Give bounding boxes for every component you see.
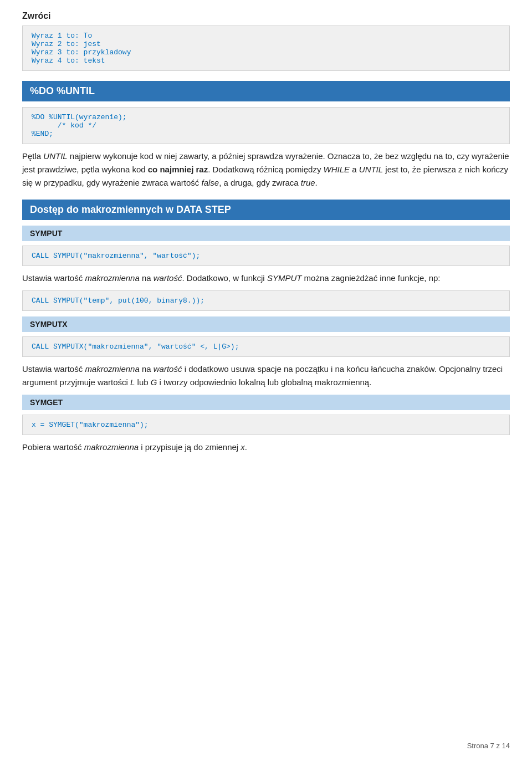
zwroci-line-1: Wyraz 1 to: To <box>32 32 92 40</box>
zwroci-line-3: Wyraz 3 to: przykladowy <box>32 48 131 57</box>
do-until-prose: Pętla UNTIL najpierw wykonuje kod w niej… <box>22 150 510 190</box>
dostep-banner: Dostęp do makrozmiennych w DATA STEP <box>22 200 510 220</box>
symget-heading: SYMGET <box>22 395 510 410</box>
do-until-section: %DO %UNTIL %DO %UNTIL(wyrazenie); /* kod… <box>22 81 510 190</box>
symput-example-code: CALL SYMPUT("temp", put(100, binary8.)); <box>22 290 510 311</box>
symput-code: CALL SYMPUT("makrozmienna", "wartość"); <box>22 246 510 266</box>
symget-code: x = SYMGET("makrozmienna"); <box>22 415 510 435</box>
page-footer: Strona 7 z 14 <box>467 742 510 750</box>
symput-section: SYMPUT CALL SYMPUT("makrozmienna", "wart… <box>22 226 510 311</box>
zwroci-heading: Zwróci <box>22 11 510 21</box>
symputx-heading: SYMPUTX <box>22 316 510 332</box>
symputx-section: SYMPUTX CALL SYMPUTX("makrozmienna", "wa… <box>22 316 510 389</box>
zwroci-line-4: Wyraz 4 to: tekst <box>32 57 105 65</box>
dostep-section: Dostęp do makrozmiennych w DATA STEP SYM… <box>22 200 510 454</box>
do-until-banner: %DO %UNTIL <box>22 81 510 101</box>
symget-prose: Pobiera wartość makrozmienna i przypisuj… <box>22 441 510 454</box>
zwroci-line-2: Wyraz 2 to: jest <box>32 40 101 48</box>
symput-heading: SYMPUT <box>22 226 510 241</box>
symput-prose: Ustawia wartość makrozmienna na wartość.… <box>22 272 510 285</box>
do-until-code: %DO %UNTIL(wyrazenie); /* kod */ %END; <box>22 107 510 144</box>
zwroci-code-block: Wyraz 1 to: To Wyraz 2 to: jest Wyraz 3 … <box>22 25 510 71</box>
symputx-code: CALL SYMPUTX("makrozmienna", "wartość" <… <box>22 336 510 357</box>
symget-section: SYMGET x = SYMGET("makrozmienna"); Pobie… <box>22 395 510 454</box>
zwroci-section: Zwróci Wyraz 1 to: To Wyraz 2 to: jest W… <box>22 11 510 71</box>
symputx-prose: Ustawia wartość makrozmienna na wartość … <box>22 362 510 389</box>
